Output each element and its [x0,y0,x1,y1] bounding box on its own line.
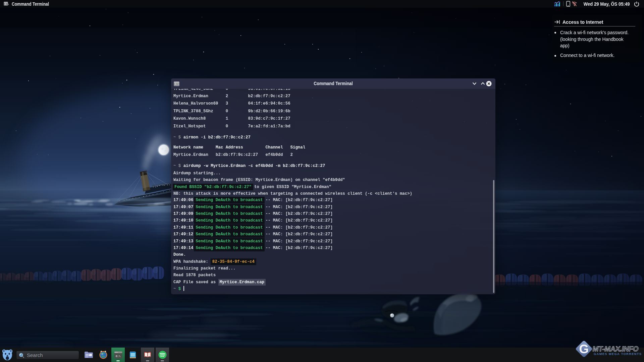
svg-text:GAMES MEGA TORRENTS: GAMES MEGA TORRENTS [594,352,642,356]
svg-text:G: G [579,342,589,356]
svg-text:MT-MAX.INFO: MT-MAX.INFO [592,345,639,353]
svg-text:C:\: C:\ [116,355,121,358]
